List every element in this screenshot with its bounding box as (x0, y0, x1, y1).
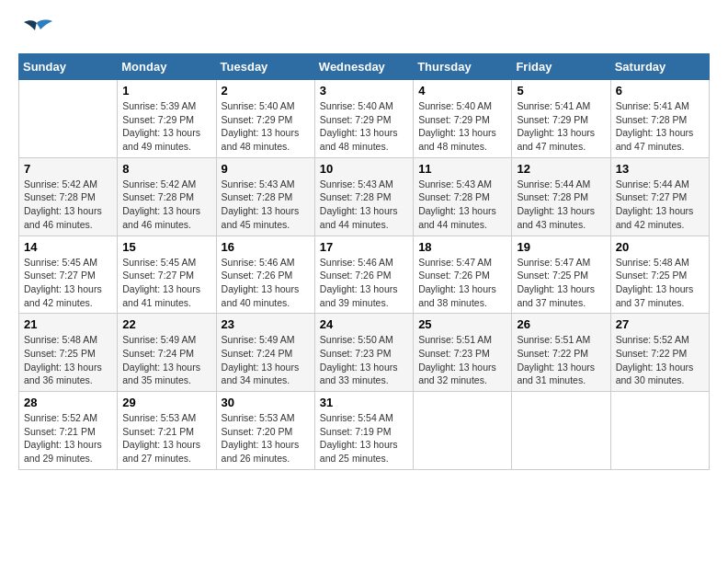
day-number: 19 (517, 240, 605, 254)
logo-bird-icon (20, 18, 53, 44)
day-number: 2 (222, 84, 310, 98)
calendar-cell: 7Sunrise: 5:42 AM Sunset: 7:28 PM Daylig… (19, 157, 118, 236)
day-number: 20 (616, 240, 704, 254)
day-info: Sunrise: 5:53 AM Sunset: 7:21 PM Dayligh… (122, 411, 210, 465)
day-info: Sunrise: 5:42 AM Sunset: 7:28 PM Dayligh… (24, 178, 112, 232)
calendar-cell: 9Sunrise: 5:43 AM Sunset: 7:28 PM Daylig… (216, 157, 314, 236)
day-info: Sunrise: 5:54 AM Sunset: 7:19 PM Dayligh… (320, 411, 408, 465)
day-info: Sunrise: 5:44 AM Sunset: 7:28 PM Dayligh… (517, 178, 605, 232)
weekday-header-wednesday: Wednesday (314, 54, 413, 80)
day-number: 25 (418, 317, 506, 331)
day-info: Sunrise: 5:40 AM Sunset: 7:29 PM Dayligh… (418, 99, 506, 154)
day-number: 3 (320, 84, 408, 98)
calendar-cell: 21Sunrise: 5:48 AM Sunset: 7:25 PM Dayli… (19, 314, 118, 392)
day-number: 8 (122, 162, 210, 176)
calendar-week-4: 21Sunrise: 5:48 AM Sunset: 7:25 PM Dayli… (19, 314, 710, 392)
calendar-cell: 25Sunrise: 5:51 AM Sunset: 7:23 PM Dayli… (414, 314, 512, 392)
day-number: 17 (320, 240, 408, 254)
calendar-cell: 26Sunrise: 5:51 AM Sunset: 7:22 PM Dayli… (512, 314, 610, 392)
day-number: 29 (122, 396, 210, 409)
day-info: Sunrise: 5:49 AM Sunset: 7:24 PM Dayligh… (222, 333, 310, 387)
day-info: Sunrise: 5:48 AM Sunset: 7:25 PM Dayligh… (616, 256, 704, 310)
day-info: Sunrise: 5:51 AM Sunset: 7:23 PM Dayligh… (418, 333, 506, 387)
calendar-week-1: 1Sunrise: 5:39 AM Sunset: 7:29 PM Daylig… (19, 80, 710, 158)
day-number: 16 (222, 240, 310, 254)
calendar-cell: 15Sunrise: 5:45 AM Sunset: 7:27 PM Dayli… (118, 236, 216, 314)
day-number: 26 (517, 317, 605, 331)
day-number: 31 (320, 396, 408, 409)
page-header (18, 18, 710, 44)
day-info: Sunrise: 5:49 AM Sunset: 7:24 PM Dayligh… (122, 333, 210, 387)
calendar-week-5: 28Sunrise: 5:52 AM Sunset: 7:21 PM Dayli… (19, 392, 710, 470)
calendar-cell: 23Sunrise: 5:49 AM Sunset: 7:24 PM Dayli… (216, 314, 314, 392)
day-info: Sunrise: 5:47 AM Sunset: 7:26 PM Dayligh… (418, 256, 506, 310)
day-number: 1 (122, 84, 210, 98)
day-number: 28 (24, 396, 112, 409)
calendar-cell: 12Sunrise: 5:44 AM Sunset: 7:28 PM Dayli… (512, 157, 610, 236)
day-info: Sunrise: 5:50 AM Sunset: 7:23 PM Dayligh… (320, 333, 408, 387)
day-number: 27 (616, 317, 704, 331)
day-info: Sunrise: 5:39 AM Sunset: 7:29 PM Dayligh… (122, 99, 210, 154)
day-number: 21 (24, 317, 112, 331)
calendar-cell: 22Sunrise: 5:49 AM Sunset: 7:24 PM Dayli… (118, 314, 216, 392)
day-info: Sunrise: 5:47 AM Sunset: 7:25 PM Dayligh… (517, 256, 605, 310)
calendar-cell (610, 392, 709, 470)
day-info: Sunrise: 5:45 AM Sunset: 7:27 PM Dayligh… (24, 256, 112, 310)
calendar-week-2: 7Sunrise: 5:42 AM Sunset: 7:28 PM Daylig… (19, 157, 710, 236)
calendar-cell: 18Sunrise: 5:47 AM Sunset: 7:26 PM Dayli… (414, 236, 512, 314)
calendar-cell: 27Sunrise: 5:52 AM Sunset: 7:22 PM Dayli… (610, 314, 709, 392)
day-info: Sunrise: 5:52 AM Sunset: 7:22 PM Dayligh… (616, 333, 704, 387)
day-info: Sunrise: 5:44 AM Sunset: 7:27 PM Dayligh… (616, 178, 704, 232)
day-number: 10 (320, 162, 408, 176)
day-number: 23 (222, 317, 310, 331)
day-info: Sunrise: 5:42 AM Sunset: 7:28 PM Dayligh… (122, 178, 210, 232)
weekday-header-saturday: Saturday (610, 54, 709, 80)
day-info: Sunrise: 5:52 AM Sunset: 7:21 PM Dayligh… (24, 411, 112, 465)
day-number: 7 (24, 162, 112, 176)
day-info: Sunrise: 5:43 AM Sunset: 7:28 PM Dayligh… (320, 178, 408, 232)
calendar-cell: 19Sunrise: 5:47 AM Sunset: 7:25 PM Dayli… (512, 236, 610, 314)
calendar-cell: 11Sunrise: 5:43 AM Sunset: 7:28 PM Dayli… (414, 157, 512, 236)
day-info: Sunrise: 5:43 AM Sunset: 7:28 PM Dayligh… (222, 178, 310, 232)
day-number: 13 (616, 162, 704, 176)
calendar-cell: 3Sunrise: 5:40 AM Sunset: 7:29 PM Daylig… (314, 80, 413, 158)
calendar-cell: 14Sunrise: 5:45 AM Sunset: 7:27 PM Dayli… (19, 236, 118, 314)
calendar-cell: 20Sunrise: 5:48 AM Sunset: 7:25 PM Dayli… (610, 236, 709, 314)
logo (18, 18, 53, 44)
calendar-cell: 10Sunrise: 5:43 AM Sunset: 7:28 PM Dayli… (314, 157, 413, 236)
day-info: Sunrise: 5:46 AM Sunset: 7:26 PM Dayligh… (320, 256, 408, 310)
day-number: 6 (616, 84, 704, 98)
day-number: 22 (122, 317, 210, 331)
day-number: 15 (122, 240, 210, 254)
day-info: Sunrise: 5:40 AM Sunset: 7:29 PM Dayligh… (222, 99, 310, 154)
calendar-cell: 28Sunrise: 5:52 AM Sunset: 7:21 PM Dayli… (19, 392, 118, 470)
calendar-cell: 31Sunrise: 5:54 AM Sunset: 7:19 PM Dayli… (314, 392, 413, 470)
weekday-header-row: SundayMondayTuesdayWednesdayThursdayFrid… (19, 54, 710, 80)
day-info: Sunrise: 5:48 AM Sunset: 7:25 PM Dayligh… (24, 333, 112, 387)
day-number: 24 (320, 317, 408, 331)
day-info: Sunrise: 5:51 AM Sunset: 7:22 PM Dayligh… (517, 333, 605, 387)
day-number: 4 (418, 84, 506, 98)
calendar-table: SundayMondayTuesdayWednesdayThursdayFrid… (18, 53, 710, 470)
weekday-header-sunday: Sunday (19, 54, 118, 80)
day-info: Sunrise: 5:45 AM Sunset: 7:27 PM Dayligh… (122, 256, 210, 310)
calendar-cell: 4Sunrise: 5:40 AM Sunset: 7:29 PM Daylig… (414, 80, 512, 158)
calendar-cell: 13Sunrise: 5:44 AM Sunset: 7:27 PM Dayli… (610, 157, 709, 236)
calendar-cell: 17Sunrise: 5:46 AM Sunset: 7:26 PM Dayli… (314, 236, 413, 314)
day-info: Sunrise: 5:40 AM Sunset: 7:29 PM Dayligh… (320, 99, 408, 154)
day-info: Sunrise: 5:41 AM Sunset: 7:28 PM Dayligh… (616, 99, 704, 154)
calendar-cell: 24Sunrise: 5:50 AM Sunset: 7:23 PM Dayli… (314, 314, 413, 392)
day-info: Sunrise: 5:53 AM Sunset: 7:20 PM Dayligh… (222, 411, 310, 465)
weekday-header-monday: Monday (118, 54, 216, 80)
calendar-cell: 30Sunrise: 5:53 AM Sunset: 7:20 PM Dayli… (216, 392, 314, 470)
weekday-header-friday: Friday (512, 54, 610, 80)
day-number: 30 (222, 396, 310, 409)
calendar-cell (512, 392, 610, 470)
day-number: 5 (517, 84, 605, 98)
day-info: Sunrise: 5:41 AM Sunset: 7:29 PM Dayligh… (517, 99, 605, 154)
day-number: 9 (222, 162, 310, 176)
day-number: 11 (418, 162, 506, 176)
day-number: 12 (517, 162, 605, 176)
calendar-cell: 6Sunrise: 5:41 AM Sunset: 7:28 PM Daylig… (610, 80, 709, 158)
calendar-cell: 1Sunrise: 5:39 AM Sunset: 7:29 PM Daylig… (118, 80, 216, 158)
